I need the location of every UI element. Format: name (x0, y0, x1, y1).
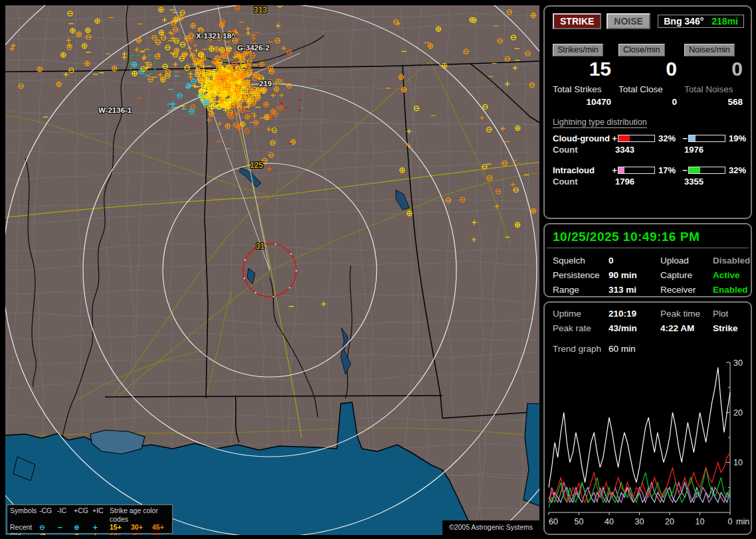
copyright-notice: ©2005 Astrogenic Systems (442, 520, 539, 535)
lightning-distribution: Cloud-ground + 32% − 19% Count 3343 1976… (553, 133, 743, 187)
persistence-label: Persistence (553, 270, 609, 280)
trend-series (549, 453, 730, 502)
trend-series (549, 368, 730, 488)
minus-sign: − (682, 133, 688, 143)
datetime-display: 10/25/2025 10:49:16 PM (553, 230, 743, 244)
capture-label: Capture (660, 270, 713, 280)
capture-status: Active (713, 270, 750, 280)
cg-positive-count: 3343 (611, 145, 682, 155)
session-panel: Uptime 210:19 Peak time Plot Peak rate 4… (543, 301, 752, 535)
minus-icon: − (57, 532, 74, 536)
uptime-label: Uptime (553, 309, 609, 319)
svg-text:30: 30 (635, 517, 644, 526)
svg-text:10: 10 (733, 458, 743, 467)
persistence-value: 90 min (609, 270, 660, 280)
plus-sign: + (611, 165, 618, 175)
age-60: 60+ (110, 532, 131, 536)
storm-cell-label[interactable]: W-2136-1 (98, 106, 132, 114)
ic-negative-bar (688, 167, 725, 174)
nexstorm-window: { "panel_top": { "strike_button": "STRIK… (0, 0, 756, 539)
count-label: Count (553, 145, 611, 155)
storm-cell-id: X-1321 (196, 32, 221, 40)
count-label: Count (553, 177, 611, 187)
range-value: 313 mi (609, 285, 660, 295)
cg-negative-bar (688, 135, 725, 142)
range-ring-label-125: 125 (250, 161, 263, 170)
intracloud-label: Intracloud (553, 165, 611, 175)
distribution-heading: Lightning type distribution (553, 117, 647, 128)
legend-col-ic-pos: +IC (92, 506, 110, 523)
strike-legend: Symbols -CG -IC +CG +IC Strike age color… (7, 504, 173, 534)
upload-label: Upload (660, 256, 713, 266)
plot-label: Plot (713, 309, 743, 319)
ic-positive-count: 1796 (611, 177, 682, 187)
ic-negative-count: 3355 (682, 177, 745, 187)
uptime-value: 210:19 (609, 309, 660, 319)
range-ring-label-31: 31 (256, 242, 264, 251)
circle-plus-icon: ⊕ (74, 532, 92, 536)
map-canvas[interactable] (5, 5, 539, 535)
strikes-per-min-value: 15 (553, 58, 611, 80)
svg-text:50: 50 (575, 517, 584, 526)
total-close-label: Total Close (618, 84, 677, 94)
receiver-status: Enabled (713, 285, 750, 295)
total-strikes-label: Total Strikes (553, 84, 611, 94)
ic-positive-bar (618, 167, 655, 174)
storm-cell-label[interactable]: G-3426-2 (237, 44, 270, 52)
total-noises-label: Total Noises (684, 84, 743, 94)
status-panel: 10/25/2025 10:49:16 PM Squelch 0 Upload … (543, 223, 752, 297)
range-ring-label-313: 313 (254, 5, 267, 15)
peak-time-value: 4:22 AM (660, 323, 713, 333)
total-noises-value: 568 (684, 97, 743, 107)
svg-text:10: 10 (696, 517, 705, 526)
age-30: 30+ (131, 523, 152, 532)
trend-graph-label: Trend graph (553, 344, 609, 354)
cloud-ground-label: Cloud-ground (553, 133, 611, 143)
legend-symbols-header: Symbols (10, 506, 39, 523)
legend-age-header: Strike age color codes (110, 506, 172, 523)
storm-cell-label[interactable]: X-1321 18^ (196, 32, 236, 40)
plus-icon: + (92, 532, 110, 536)
upload-status: Disabled (713, 256, 750, 266)
svg-text:20: 20 (733, 408, 743, 418)
svg-text:40: 40 (605, 517, 614, 526)
bearing-distance: 218mi (711, 16, 738, 27)
legend-col-ic-neg: -IC (57, 506, 74, 523)
svg-text:20: 20 (665, 517, 674, 526)
close-per-min-chip: Close/min (618, 44, 665, 56)
age-90: 90+ (152, 532, 172, 536)
minus-icon: − (57, 523, 74, 532)
noise-mode-button[interactable]: NOISE (607, 13, 650, 29)
strike-stats-panel: STRIKE NOISE Bng 346° 218mi Strikes/min … (543, 5, 752, 219)
bearing-value: Bng 346° (664, 16, 704, 27)
close-per-min-value: 0 (618, 58, 677, 80)
legend-recent-label: Recent (10, 523, 39, 532)
cg-positive-bar (618, 135, 655, 142)
svg-text:min: min (736, 517, 749, 526)
total-strikes-value: 10470 (553, 97, 611, 107)
ic-negative-pct: 32% (725, 165, 745, 175)
strikes-per-min-column: Strikes/min 15 Total Strikes 10470 (553, 44, 611, 107)
svg-text:60: 60 (549, 517, 558, 526)
svg-text:0: 0 (728, 517, 733, 526)
plot-mode-value: Strike (713, 323, 743, 333)
close-per-min-column: Close/min 0 Total Close 0 (618, 44, 677, 107)
cg-positive-pct: 32% (655, 133, 682, 143)
noises-per-min-column: Noises/min 0 Total Noises 568 (684, 44, 743, 107)
noises-per-min-value: 0 (684, 58, 743, 80)
strikes-per-min-chip: Strikes/min (553, 44, 603, 56)
storm-cell-distance-label: 219 (259, 80, 272, 88)
strike-mode-button[interactable]: STRIKE (553, 13, 601, 29)
age-45: 45+ (152, 523, 172, 532)
legend-col-cg-pos: +CG (74, 506, 92, 523)
range-label: Range (553, 285, 609, 295)
svg-text:30: 30 (733, 358, 743, 368)
trend-graph: 1020306050403020100min (546, 356, 752, 532)
lightning-map[interactable]: 313 125 31 X-1321 18^ G-3426-2 219 W-213… (5, 5, 539, 535)
minus-sign: − (682, 165, 688, 175)
peak-time-label: Peak time (660, 309, 713, 319)
age-75: 75+ (131, 532, 152, 536)
ic-positive-pct: 17% (655, 165, 682, 175)
squelch-label: Squelch (553, 256, 609, 266)
bearing-readout: Bng 346° 218mi (658, 15, 744, 28)
